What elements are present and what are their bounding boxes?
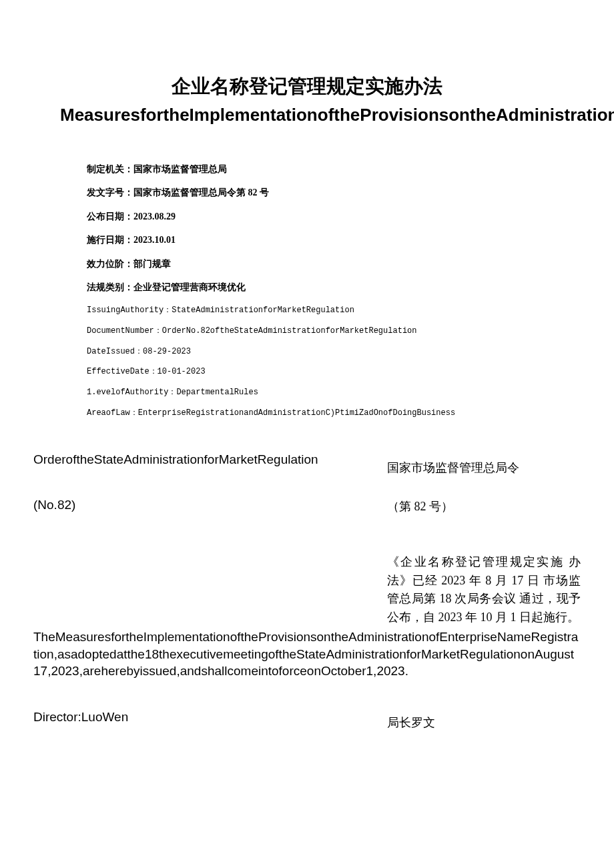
meta-date-issued-cn: 公布日期：2023.08.29: [87, 210, 527, 224]
meta-area-en: AreaofLaw：EnterpriseRegistrationandAdmin…: [87, 408, 527, 419]
signature-row: Director:LuoWen 局长罗文: [33, 710, 581, 733]
order-para-en: TheMeasuresfortheImplementationoftheProv…: [33, 628, 581, 680]
order-number-cn: （第 82 号）: [387, 498, 581, 516]
title-chinese: 企业名称登记管理规定实施办法: [33, 73, 581, 100]
meta-date-issued-en: DateIssued：08-29-2023: [87, 346, 527, 358]
order-para-en-empty: [33, 553, 387, 628]
meta-level-cn: 效力位阶：部门规章: [87, 258, 527, 271]
meta-issuing-authority-en: IssuingAuthority：StateAdministrationforM…: [87, 305, 527, 316]
order-number-row: (No.82) （第 82 号）: [33, 498, 581, 516]
meta-level-en: 1.evelofAuthority：DepartmentalRules: [87, 387, 527, 398]
meta-effective-date-en: EffectiveDate：10-01-2023: [87, 366, 527, 378]
metadata-block: 制定机关：国家市场监督管理总局 发文字号：国家市场监督管理总局令第 82 号 公…: [33, 163, 581, 419]
meta-document-number-cn: 发文字号：国家市场监督管理总局令第 82 号: [87, 186, 527, 199]
document-page: 企业名称登记管理规定实施办法 MeasuresfortheImplementat…: [0, 0, 614, 766]
order-heading-cn: 国家市场监督管理总局令: [387, 452, 581, 478]
order-para-cn: 《企业名称登记管理规定实施 办法》已经 2023 年 8 月 17 日 市场监管…: [387, 553, 581, 628]
order-number-en: (No.82): [33, 498, 387, 516]
order-heading-row: OrderoftheStateAdministrationforMarketRe…: [33, 452, 581, 478]
meta-effective-date-cn: 施行日期：2023.10.01: [87, 234, 527, 247]
signature-cn: 局长罗文: [387, 710, 581, 733]
order-heading-en: OrderoftheStateAdministrationforMarketRe…: [33, 452, 387, 478]
meta-area-cn: 法规类别：企业登记管理营商环境优化: [87, 281, 527, 294]
meta-issuing-authority-cn: 制定机关：国家市场监督管理总局: [87, 163, 527, 176]
signature-en: Director:LuoWen: [33, 710, 387, 733]
title-english: MeasuresfortheImplementationoftheProvisi…: [33, 104, 581, 126]
order-para-cn-row: 《企业名称登记管理规定实施 办法》已经 2023 年 8 月 17 日 市场监管…: [33, 553, 581, 628]
meta-document-number-en: DocumentNumber：OrderNo.82oftheStateAdmin…: [87, 326, 527, 337]
